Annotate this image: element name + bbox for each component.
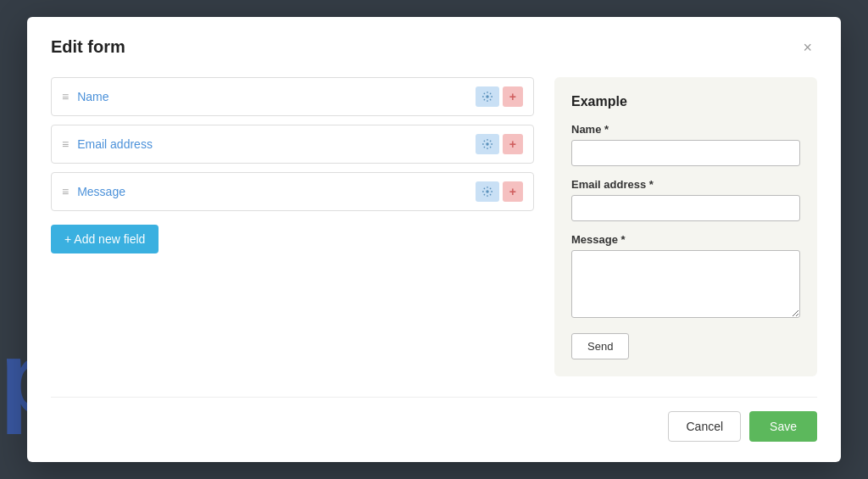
example-field-email: Email address * bbox=[571, 178, 800, 221]
modal-body: ≡ Name + ≡ Email address bbox=[51, 77, 817, 376]
add-button-name[interactable]: + bbox=[503, 86, 523, 107]
modal-title: Edit form bbox=[51, 37, 125, 57]
svg-point-1 bbox=[486, 142, 488, 145]
drag-handle-email[interactable]: ≡ bbox=[62, 137, 69, 151]
modal-backdrop: pe Edit form × ≡ Name bbox=[0, 0, 868, 479]
example-panel: Example Name * Email address * Message *… bbox=[554, 77, 817, 376]
drag-handle-message[interactable]: ≡ bbox=[62, 185, 69, 198]
modal-footer: Cancel Save bbox=[51, 397, 817, 442]
add-new-field-button[interactable]: + Add new field bbox=[51, 225, 159, 253]
example-title: Example bbox=[571, 94, 800, 109]
field-actions-email: + bbox=[476, 134, 523, 154]
svg-point-0 bbox=[486, 95, 488, 97]
example-label-name: Name * bbox=[571, 123, 800, 136]
form-editor: ≡ Name + ≡ Email address bbox=[51, 77, 534, 376]
field-row-message: ≡ Message + bbox=[51, 172, 534, 211]
add-button-message[interactable]: + bbox=[503, 181, 523, 202]
field-label-message: Message bbox=[77, 185, 467, 198]
field-row-email: ≡ Email address + bbox=[51, 125, 534, 164]
field-label-name: Name bbox=[77, 90, 467, 103]
edit-form-modal: Edit form × ≡ Name + bbox=[27, 17, 841, 462]
svg-point-2 bbox=[486, 190, 488, 192]
example-label-message: Message * bbox=[571, 233, 800, 246]
cancel-button[interactable]: Cancel bbox=[668, 411, 741, 442]
send-button[interactable]: Send bbox=[571, 333, 629, 359]
field-actions-name: + bbox=[476, 86, 523, 107]
close-button[interactable]: × bbox=[798, 38, 817, 57]
gear-icon bbox=[482, 92, 492, 102]
field-actions-message: + bbox=[476, 181, 523, 202]
example-field-message: Message * bbox=[571, 233, 800, 321]
example-textarea-message[interactable] bbox=[571, 250, 800, 318]
example-label-email: Email address * bbox=[571, 178, 800, 191]
add-button-email[interactable]: + bbox=[503, 134, 523, 154]
field-label-email: Email address bbox=[77, 137, 467, 151]
modal-header: Edit form × bbox=[51, 37, 817, 57]
settings-button-email[interactable] bbox=[476, 134, 499, 154]
save-button[interactable]: Save bbox=[749, 411, 817, 442]
example-input-email[interactable] bbox=[571, 195, 800, 221]
drag-handle-name[interactable]: ≡ bbox=[62, 90, 69, 103]
example-field-name: Name * bbox=[571, 123, 800, 166]
gear-icon bbox=[482, 187, 492, 197]
gear-icon bbox=[482, 139, 492, 149]
settings-button-message[interactable] bbox=[476, 181, 499, 202]
field-row-name: ≡ Name + bbox=[51, 77, 534, 116]
example-input-name[interactable] bbox=[571, 140, 800, 166]
settings-button-name[interactable] bbox=[476, 86, 499, 107]
